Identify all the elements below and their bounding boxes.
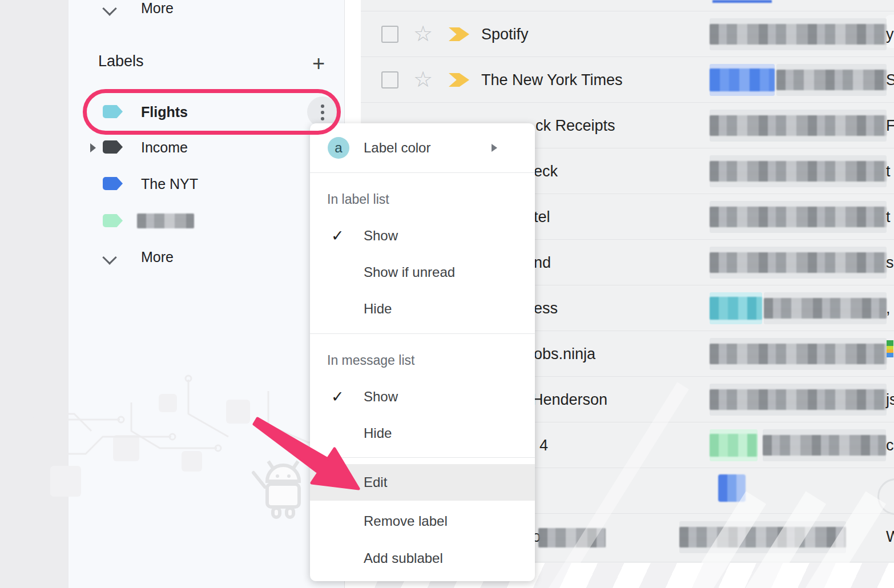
- redacted-subject: [710, 110, 887, 142]
- sidebar-label-the-nyt[interactable]: The NYT: [69, 166, 344, 202]
- menu-item-label: Add sublabel: [364, 540, 443, 577]
- label-tag-icon: [103, 214, 123, 227]
- menu-item-label: Hide: [364, 415, 392, 452]
- sender-name: The New York Times: [481, 57, 623, 103]
- menu-divider: [310, 457, 535, 458]
- sidebar-more-label: More: [141, 0, 174, 26]
- checkmark-icon: ✓: [331, 378, 344, 415]
- sender-name-fragment: ck Receipts: [535, 103, 615, 148]
- submenu-arrow-icon: [492, 144, 497, 152]
- gmail-sidebar: More Labels + Flights Income The NYT: [69, 0, 345, 588]
- account-avatar: a: [328, 137, 349, 159]
- subject-fragment: F: [886, 103, 894, 148]
- menu-item-label: Remove label: [364, 503, 448, 539]
- expand-sublabels-icon[interactable]: [90, 143, 96, 152]
- page-background-strip: [0, 0, 69, 588]
- label-options-menu: a Label color In label list ✓ Show Show …: [310, 123, 535, 581]
- menu-item-show-label-list[interactable]: ✓ Show: [310, 218, 535, 254]
- subject-fragment: ,: [886, 285, 891, 331]
- chevron-down-icon: [102, 1, 116, 15]
- label-name: The NYT: [141, 166, 198, 202]
- redacted-subject: [763, 429, 886, 461]
- checkmark-icon: ✓: [331, 218, 344, 254]
- menu-item-show-if-unread[interactable]: Show if unread: [310, 254, 535, 291]
- star-icon[interactable]: ☆: [413, 57, 433, 102]
- menu-item-edit[interactable]: Edit: [310, 464, 535, 501]
- redacted-mint-chip: [710, 429, 758, 461]
- label-tag-icon: [103, 177, 123, 190]
- star-icon[interactable]: ☆: [413, 11, 433, 56]
- subject-fragment: y: [886, 11, 894, 57]
- menu-divider: [310, 333, 535, 334]
- subject-fragment: S: [886, 57, 894, 103]
- menu-item-show-message-list[interactable]: ✓ Show: [310, 378, 535, 415]
- annotation-oval-flights: [83, 89, 341, 135]
- select-checkbox[interactable]: [381, 26, 398, 43]
- subject-fragment: c: [886, 422, 894, 468]
- emoji-favicon-fragment: [887, 340, 893, 357]
- redacted-teal-chip: [710, 292, 762, 324]
- sender-name-fragment: nd: [534, 240, 551, 285]
- redacted-label-name: [137, 214, 194, 228]
- menu-item-hide-label-list[interactable]: Hide: [310, 291, 535, 327]
- subject-fragment: js: [886, 377, 894, 422]
- subject-fragment: t: [886, 148, 891, 194]
- sidebar-more-label: More: [141, 239, 174, 275]
- importance-marker-icon[interactable]: [449, 73, 469, 87]
- menu-divider: [310, 172, 535, 173]
- redacted-subject: [710, 155, 887, 187]
- email-row[interactable]: ☆ The New York Times S: [361, 57, 894, 103]
- sidebar-item-more-top[interactable]: More: [69, 0, 344, 26]
- sender-name-fragment: eck: [534, 148, 558, 194]
- sender-name: Spotify: [481, 11, 529, 57]
- thread-count: 4: [539, 422, 548, 468]
- importance-marker-icon[interactable]: [449, 27, 469, 41]
- create-label-button[interactable]: +: [307, 53, 330, 75]
- labels-section-title: Labels: [98, 53, 144, 70]
- menu-section-in-message-list: In message list: [327, 347, 414, 373]
- menu-item-label-color[interactable]: a Label color: [310, 123, 535, 172]
- sender-name-fragment: obs.ninja: [534, 331, 595, 377]
- select-checkbox[interactable]: [381, 71, 398, 88]
- subject-fragment: s: [886, 240, 894, 285]
- redacted-blue-chip: [710, 64, 775, 96]
- redacted-subject: [710, 384, 887, 416]
- redacted-subject: [764, 292, 887, 324]
- redacted-subject: [710, 201, 887, 233]
- sender-name-fragment: tel: [534, 194, 550, 240]
- menu-item-label: Edit: [364, 464, 387, 501]
- redacted-subject: [710, 338, 887, 370]
- menu-item-hide-message-list[interactable]: Hide: [310, 415, 535, 452]
- redacted-subject: [710, 18, 887, 50]
- label-tag-icon: [103, 140, 123, 154]
- redacted-subject: [679, 521, 846, 553]
- menu-item-label: Show: [364, 218, 398, 254]
- menu-section-in-label-list: In label list: [327, 186, 389, 212]
- redacted-subject: [710, 247, 887, 279]
- menu-item-remove-label[interactable]: Remove label: [310, 503, 535, 539]
- email-row-partial[interactable]: [361, 0, 894, 11]
- chevron-down-icon: [102, 250, 116, 264]
- email-row[interactable]: ☆ Spotify y: [361, 11, 894, 57]
- menu-item-label: Show if unread: [364, 254, 455, 291]
- sidebar-item-more-bottom[interactable]: More: [69, 239, 344, 275]
- menu-item-label: Label color: [364, 123, 430, 172]
- sidebar-label-redacted[interactable]: [69, 203, 344, 239]
- subject-fragment: t: [886, 194, 891, 240]
- sender-name-fragment: ess: [534, 285, 558, 331]
- gmail-screenshot: More Labels + Flights Income The NYT: [0, 0, 894, 588]
- sender-name-fragment: Henderson: [532, 377, 607, 422]
- redacted-subject: [776, 64, 887, 96]
- subject-fragment: W: [886, 514, 894, 559]
- menu-item-label: Show: [364, 378, 398, 415]
- menu-item-add-sublabel[interactable]: Add sublabel: [310, 540, 535, 577]
- menu-item-label: Hide: [364, 291, 392, 327]
